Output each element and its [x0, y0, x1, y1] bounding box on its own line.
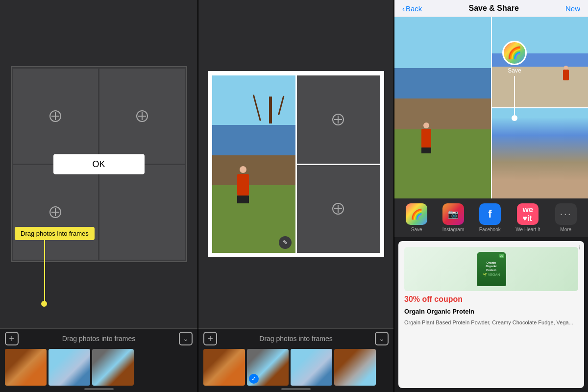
bottom-label-2: Drag photos into frames — [221, 335, 371, 343]
collage-person-2-head — [564, 66, 568, 70]
ad-description: Orgain Plant Based Protein Powder, Cream… — [404, 319, 578, 326]
photo-cell-main[interactable]: ✎ — [212, 75, 295, 253]
panel-2: ✎ + Drag photos into frames ⌄ ✓ — [198, 0, 394, 392]
thumbnail-1[interactable] — [5, 349, 47, 386]
share-instagram[interactable]: 📷 Instagram — [442, 203, 464, 232]
bottom-bar-1: + Drag photos into frames ⌄ — [0, 328, 197, 392]
tooltip-container: Drag photos into frames — [15, 227, 95, 240]
weheartit-share-label: We Heart it — [515, 227, 540, 232]
save-share-label: Save — [411, 227, 422, 232]
more-share-icon: ··· — [555, 203, 577, 225]
collage-person-2 — [563, 66, 569, 80]
collage-person-body — [421, 129, 431, 147]
share-save[interactable]: 🌈 Save — [406, 203, 427, 232]
crosshair-icon-2-br — [332, 203, 344, 215]
frame-cell-2-br[interactable] — [297, 165, 380, 253]
collage-preview — [394, 17, 588, 198]
instagram-share-icon: 📷 — [442, 203, 464, 225]
person-head-1 — [240, 166, 246, 173]
ad-badge: i — [579, 245, 580, 250]
collage-cell-left — [394, 17, 491, 198]
instagram-icon: 📷 — [448, 209, 459, 220]
save-share-icon: 🌈 — [406, 203, 427, 225]
back-label: Back — [406, 4, 422, 13]
person-body-1 — [237, 174, 249, 196]
frame-cell-tl[interactable] — [13, 69, 98, 164]
bottom-bar-controls-2: + Drag photos into frames ⌄ — [198, 329, 393, 348]
ad-tub-badge: 20 — [499, 254, 504, 258]
ok-button[interactable]: OK — [53, 154, 144, 174]
collage-person-head — [423, 122, 429, 128]
share-row: 🌈 Save 📷 Instagram f Facebook we♥it We H… — [394, 198, 588, 237]
ad-section[interactable]: i 20 OrgainOrganicProtein 🌱 VEGAN 30% of… — [398, 241, 584, 388]
tooltip-box: Drag photos into frames — [15, 227, 95, 240]
frame-cell-tr[interactable] — [99, 69, 185, 164]
save-overlay-label: Save — [508, 67, 521, 74]
scroll-indicator-1 — [84, 388, 114, 390]
crosshair-icon-2-tr — [332, 114, 344, 125]
add-button-2[interactable]: + — [203, 332, 217, 345]
bottom-bar-2: + Drag photos into frames ⌄ ✓ — [198, 328, 393, 392]
ad-coupon: 30% off coupon — [404, 295, 578, 304]
person-figure-1 — [237, 166, 249, 203]
share-more[interactable]: ··· More — [555, 203, 577, 232]
facebook-share-icon: f — [479, 203, 501, 225]
weheartit-icon: we♥it — [523, 205, 533, 223]
add-button-1[interactable]: + — [5, 332, 19, 345]
chevron-button-2[interactable]: ⌄ — [375, 332, 389, 345]
save-icon-container: 🌈 Save — [502, 41, 527, 121]
save-dot — [512, 115, 517, 121]
frame-cell-2-tr[interactable] — [297, 75, 380, 164]
weheartit-share-icon: we♥it — [517, 203, 539, 225]
collage-preview-container: 🌈 Save — [394, 17, 588, 198]
frame-cell-br[interactable] — [99, 165, 185, 260]
collage-person-2-body — [563, 70, 569, 80]
ad-product-tub: 20 OrgainOrganicProtein 🌱 VEGAN — [477, 252, 506, 286]
facebook-share-label: Facebook — [479, 227, 501, 232]
panel-3-header: ‹ Back Save & Share New — [394, 0, 588, 17]
thumbnail-strip-1 — [0, 348, 197, 386]
canvas-area-1: OK Drag photos into frames — [0, 0, 197, 328]
more-share-label: More — [560, 227, 571, 232]
crosshair-icon-tr — [136, 110, 148, 122]
share-weheartit[interactable]: we♥it We Heart it — [515, 203, 540, 232]
tooltip-dot — [41, 301, 47, 307]
tree-decoration — [269, 97, 272, 123]
chevron-button-1[interactable]: ⌄ — [179, 332, 193, 345]
thumbnail-p2-4[interactable] — [334, 349, 376, 386]
bottom-bar-controls-1: + Drag photos into frames ⌄ — [0, 329, 197, 348]
ad-image: 20 OrgainOrganicProtein 🌱 VEGAN — [404, 247, 578, 291]
thumbnail-3[interactable] — [92, 349, 134, 386]
crosshair-icon-bl — [49, 206, 61, 218]
frame-canvas-2: ✎ — [208, 71, 384, 257]
panel-3: ‹ Back Save & Share New — [394, 0, 588, 392]
back-chevron-icon: ‹ — [402, 4, 405, 13]
crosshair-icon-tl — [49, 110, 61, 122]
collage-person-legs — [421, 147, 431, 153]
tooltip-line — [44, 240, 45, 304]
canvas-area-2: ✎ — [198, 0, 393, 328]
bottom-label-1: Drag photos into frames — [23, 335, 175, 343]
save-share-title: Save & Share — [469, 4, 519, 13]
scroll-indicator-2 — [281, 388, 311, 390]
collage-cell-bottom-right — [492, 108, 588, 198]
thumbnail-2[interactable] — [49, 349, 90, 386]
thumbnail-p2-2[interactable]: ✓ — [247, 349, 289, 386]
back-button[interactable]: ‹ Back — [402, 4, 422, 13]
frame-cell-bl[interactable] — [13, 165, 98, 260]
thumbnail-p2-1[interactable] — [203, 349, 245, 386]
ad-tub-sublabel: 🌱 VEGAN — [483, 273, 500, 277]
thumbnail-strip-2: ✓ — [198, 348, 393, 386]
thumb-checkmark: ✓ — [249, 374, 259, 384]
save-line — [514, 76, 515, 115]
ok-button-overlay: OK — [53, 154, 144, 174]
edit-icon[interactable]: ✎ — [279, 236, 292, 249]
share-facebook[interactable]: f Facebook — [479, 203, 501, 232]
instagram-share-label: Instagram — [442, 227, 464, 232]
thumbnail-p2-3[interactable] — [291, 349, 332, 386]
person-legs-1 — [237, 196, 249, 203]
photos-app-icon: 🌈 — [411, 208, 423, 220]
new-button[interactable]: New — [565, 4, 580, 13]
ad-tub-label: OrgainOrganicProtein — [486, 261, 497, 272]
collage-person-1 — [421, 122, 431, 153]
